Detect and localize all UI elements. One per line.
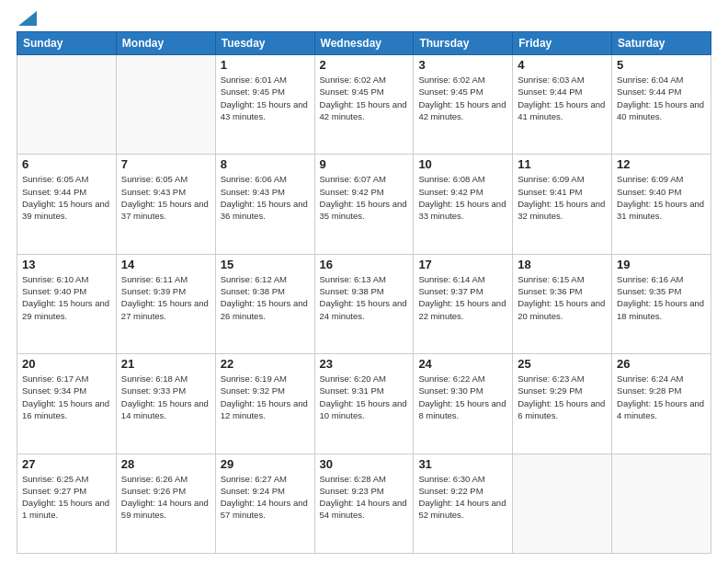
cell-info: Sunrise: 6:19 AM Sunset: 9:32 PM Dayligh… xyxy=(221,373,310,421)
day-number: 5 xyxy=(617,58,706,72)
calendar-cell: 13Sunrise: 6:10 AM Sunset: 9:40 PM Dayli… xyxy=(17,254,117,353)
calendar-cell: 31Sunrise: 6:30 AM Sunset: 9:22 PM Dayli… xyxy=(414,454,513,553)
calendar-cell: 7Sunrise: 6:05 AM Sunset: 9:43 PM Daylig… xyxy=(116,155,215,254)
cell-info: Sunrise: 6:22 AM Sunset: 9:30 PM Dayligh… xyxy=(418,373,507,421)
cell-info: Sunrise: 6:13 AM Sunset: 9:38 PM Dayligh… xyxy=(320,273,409,322)
day-number: 17 xyxy=(418,258,507,271)
day-number: 9 xyxy=(320,157,409,171)
calendar-cell: 14Sunrise: 6:11 AM Sunset: 9:39 PM Dayli… xyxy=(116,254,215,353)
calendar-cell xyxy=(612,454,711,553)
day-number: 18 xyxy=(518,258,607,271)
calendar-header-row: SundayMondayTuesdayWednesdayThursdayFrid… xyxy=(17,32,711,55)
cell-info: Sunrise: 6:05 AM Sunset: 9:43 PM Dayligh… xyxy=(121,173,210,222)
calendar-week-5: 27Sunrise: 6:25 AM Sunset: 9:27 PM Dayli… xyxy=(17,454,711,553)
cell-info: Sunrise: 6:12 AM Sunset: 9:38 PM Dayligh… xyxy=(221,273,310,322)
calendar-header-tuesday: Tuesday xyxy=(215,32,314,55)
day-number: 25 xyxy=(518,357,607,371)
calendar-cell xyxy=(513,454,612,553)
day-number: 13 xyxy=(22,258,111,271)
calendar-week-2: 6Sunrise: 6:05 AM Sunset: 9:44 PM Daylig… xyxy=(17,155,711,254)
calendar-cell: 10Sunrise: 6:08 AM Sunset: 9:42 PM Dayli… xyxy=(414,155,513,254)
calendar-cell: 12Sunrise: 6:09 AM Sunset: 9:40 PM Dayli… xyxy=(612,155,711,254)
day-number: 30 xyxy=(320,457,409,471)
cell-info: Sunrise: 6:28 AM Sunset: 9:23 PM Dayligh… xyxy=(320,473,409,522)
calendar-header-sunday: Sunday xyxy=(17,32,117,55)
cell-info: Sunrise: 6:26 AM Sunset: 9:26 PM Dayligh… xyxy=(121,473,210,522)
cell-info: Sunrise: 6:03 AM Sunset: 9:44 PM Dayligh… xyxy=(518,74,607,122)
day-number: 3 xyxy=(418,58,507,72)
cell-info: Sunrise: 6:17 AM Sunset: 9:34 PM Dayligh… xyxy=(22,373,111,421)
calendar-cell: 19Sunrise: 6:16 AM Sunset: 9:35 PM Dayli… xyxy=(612,254,711,353)
day-number: 14 xyxy=(121,258,210,271)
cell-info: Sunrise: 6:11 AM Sunset: 9:39 PM Dayligh… xyxy=(121,273,210,322)
calendar-cell: 8Sunrise: 6:06 AM Sunset: 9:43 PM Daylig… xyxy=(215,155,314,254)
cell-info: Sunrise: 6:08 AM Sunset: 9:42 PM Dayligh… xyxy=(418,173,507,222)
cell-info: Sunrise: 6:02 AM Sunset: 9:45 PM Dayligh… xyxy=(320,74,409,122)
cell-info: Sunrise: 6:01 AM Sunset: 9:45 PM Dayligh… xyxy=(221,74,310,122)
day-number: 27 xyxy=(22,457,111,471)
day-number: 21 xyxy=(121,357,210,371)
day-number: 8 xyxy=(221,157,310,171)
cell-info: Sunrise: 6:30 AM Sunset: 9:22 PM Dayligh… xyxy=(418,473,507,522)
day-number: 22 xyxy=(221,357,310,371)
cell-info: Sunrise: 6:25 AM Sunset: 9:27 PM Dayligh… xyxy=(22,473,111,522)
calendar-cell: 28Sunrise: 6:26 AM Sunset: 9:26 PM Dayli… xyxy=(116,454,215,553)
day-number: 26 xyxy=(617,357,706,371)
cell-info: Sunrise: 6:04 AM Sunset: 9:44 PM Dayligh… xyxy=(617,74,706,122)
calendar-cell: 9Sunrise: 6:07 AM Sunset: 9:42 PM Daylig… xyxy=(314,155,414,254)
calendar-cell: 15Sunrise: 6:12 AM Sunset: 9:38 PM Dayli… xyxy=(215,254,314,353)
calendar-table: SundayMondayTuesdayWednesdayThursdayFrid… xyxy=(17,31,711,554)
cell-info: Sunrise: 6:07 AM Sunset: 9:42 PM Dayligh… xyxy=(320,173,409,222)
logo-triangle-icon xyxy=(18,9,37,26)
day-number: 2 xyxy=(320,58,409,72)
calendar-cell: 30Sunrise: 6:28 AM Sunset: 9:23 PM Dayli… xyxy=(314,454,414,553)
day-number: 20 xyxy=(22,357,111,371)
calendar-cell: 25Sunrise: 6:23 AM Sunset: 9:29 PM Dayli… xyxy=(513,354,612,454)
header xyxy=(17,9,711,26)
calendar-cell: 24Sunrise: 6:22 AM Sunset: 9:30 PM Dayli… xyxy=(414,354,513,454)
day-number: 7 xyxy=(121,157,210,171)
calendar-cell: 18Sunrise: 6:15 AM Sunset: 9:36 PM Dayli… xyxy=(513,254,612,353)
calendar-cell: 21Sunrise: 6:18 AM Sunset: 9:33 PM Dayli… xyxy=(116,354,215,454)
day-number: 1 xyxy=(221,58,310,72)
calendar-cell: 22Sunrise: 6:19 AM Sunset: 9:32 PM Dayli… xyxy=(215,354,314,454)
cell-info: Sunrise: 6:06 AM Sunset: 9:43 PM Dayligh… xyxy=(221,173,310,222)
calendar-header-wednesday: Wednesday xyxy=(314,32,414,55)
cell-info: Sunrise: 6:20 AM Sunset: 9:31 PM Dayligh… xyxy=(320,373,409,421)
calendar-cell: 11Sunrise: 6:09 AM Sunset: 9:41 PM Dayli… xyxy=(513,155,612,254)
calendar-header-friday: Friday xyxy=(513,32,612,55)
cell-info: Sunrise: 6:27 AM Sunset: 9:24 PM Dayligh… xyxy=(221,473,310,522)
calendar-cell: 16Sunrise: 6:13 AM Sunset: 9:38 PM Dayli… xyxy=(314,254,414,353)
calendar-cell: 23Sunrise: 6:20 AM Sunset: 9:31 PM Dayli… xyxy=(314,354,414,454)
calendar-cell: 29Sunrise: 6:27 AM Sunset: 9:24 PM Dayli… xyxy=(215,454,314,553)
cell-info: Sunrise: 6:24 AM Sunset: 9:28 PM Dayligh… xyxy=(617,373,706,421)
day-number: 12 xyxy=(617,157,706,171)
calendar-cell: 5Sunrise: 6:04 AM Sunset: 9:44 PM Daylig… xyxy=(612,55,711,155)
cell-info: Sunrise: 6:23 AM Sunset: 9:29 PM Dayligh… xyxy=(518,373,607,421)
logo-line1 xyxy=(17,9,37,26)
day-number: 19 xyxy=(617,258,706,271)
calendar-cell: 2Sunrise: 6:02 AM Sunset: 9:45 PM Daylig… xyxy=(314,55,414,155)
cell-info: Sunrise: 6:15 AM Sunset: 9:36 PM Dayligh… xyxy=(518,273,607,322)
calendar-cell xyxy=(116,55,215,155)
day-number: 16 xyxy=(320,258,409,271)
page: SundayMondayTuesdayWednesdayThursdayFrid… xyxy=(0,0,728,563)
calendar-cell: 3Sunrise: 6:02 AM Sunset: 9:45 PM Daylig… xyxy=(414,55,513,155)
cell-info: Sunrise: 6:14 AM Sunset: 9:37 PM Dayligh… xyxy=(418,273,507,322)
day-number: 6 xyxy=(22,157,111,171)
calendar-cell: 27Sunrise: 6:25 AM Sunset: 9:27 PM Dayli… xyxy=(17,454,117,553)
calendar-cell: 6Sunrise: 6:05 AM Sunset: 9:44 PM Daylig… xyxy=(17,155,117,254)
cell-info: Sunrise: 6:18 AM Sunset: 9:33 PM Dayligh… xyxy=(121,373,210,421)
day-number: 28 xyxy=(121,457,210,471)
day-number: 15 xyxy=(221,258,310,271)
cell-info: Sunrise: 6:09 AM Sunset: 9:41 PM Dayligh… xyxy=(518,173,607,222)
calendar-week-1: 1Sunrise: 6:01 AM Sunset: 9:45 PM Daylig… xyxy=(17,55,711,155)
day-number: 31 xyxy=(418,457,507,471)
calendar-cell: 26Sunrise: 6:24 AM Sunset: 9:28 PM Dayli… xyxy=(612,354,711,454)
day-number: 24 xyxy=(418,357,507,371)
logo xyxy=(17,9,37,26)
calendar-cell: 1Sunrise: 6:01 AM Sunset: 9:45 PM Daylig… xyxy=(215,55,314,155)
day-number: 4 xyxy=(518,58,607,72)
svg-marker-0 xyxy=(18,11,37,26)
day-number: 23 xyxy=(320,357,409,371)
